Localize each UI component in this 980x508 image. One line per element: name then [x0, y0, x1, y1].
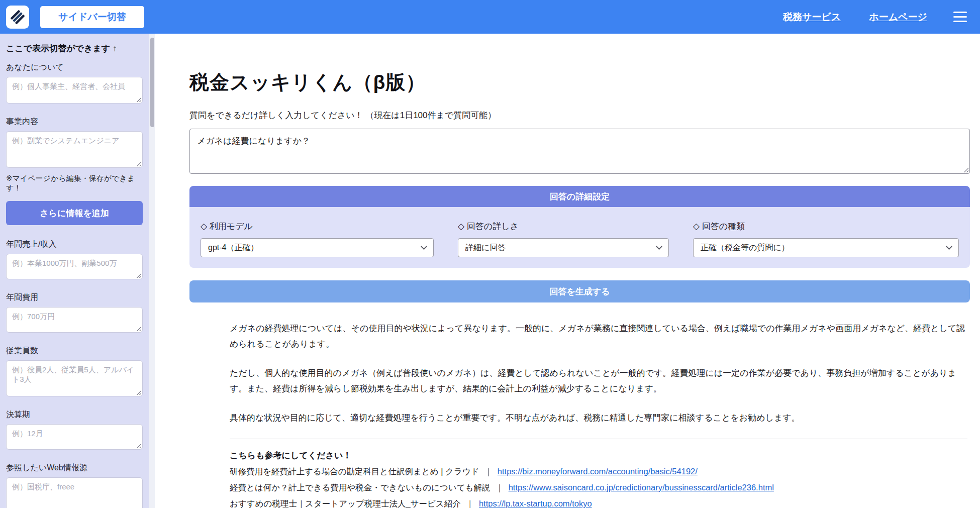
reference-text: おすすめの税理士｜スタートアップ税理士法人_サービス紹介 — [230, 499, 461, 508]
reference-item: 研修費用を経費計上する場合の勘定科目と仕訳例まとめ | クラウド｜https:/… — [230, 466, 967, 477]
reference-separator: ｜ — [484, 467, 493, 476]
question-instruction: 質問をできるだけ詳しく入力してください！ （現在は1日100件まで質問可能） — [189, 110, 970, 121]
detail-select[interactable]: 詳細に回答 — [458, 238, 669, 257]
body-row: ここで表示切替ができます ↑ あなたについて 事業内容 ※マイページから編集・保… — [0, 34, 980, 508]
app-logo — [6, 6, 29, 29]
reference-separator: ｜ — [495, 483, 503, 492]
about-you-textarea[interactable] — [6, 77, 143, 104]
reference-item: 経費とは何か？計上できる費用や税金・できないものについても解説｜https://… — [230, 482, 967, 493]
setting-detail: ◇ 回答の詳しさ 詳細に回答 — [458, 221, 669, 257]
nav-link-tax-service[interactable]: 税務サービス — [783, 11, 841, 24]
reference-link[interactable]: https://biz.moneyforward.com/accounting/… — [498, 467, 698, 476]
question-input[interactable]: メガネは経費になりますか？ — [189, 129, 970, 174]
field-label-business: 事業内容 — [6, 117, 143, 127]
chevron-down-icon — [656, 243, 662, 250]
answer-type-select[interactable]: 正確（税金等の質問に） — [693, 238, 959, 257]
main-content: 税金スッキリくん（β版） 質問をできるだけ詳しく入力してください！ （現在は1日… — [155, 34, 980, 508]
setting-detail-label: ◇ 回答の詳しさ — [458, 221, 669, 232]
fiscal-term-textarea[interactable] — [6, 424, 143, 450]
answer-paragraph: メガネの経費処理については、その使用目的や状況によって異なります。一般的に、メガ… — [230, 321, 967, 352]
sidebar-note: ※マイページから編集・保存ができます！ — [6, 174, 143, 193]
employees-textarea[interactable] — [6, 360, 143, 396]
page-title: 税金スッキリくん（β版） — [189, 69, 970, 96]
answer-paragraph: 具体的な状況や目的に応じて、適切な経費処理を行うことが重要です。不明な点があれば… — [230, 410, 967, 426]
diagonal-stripes-logo-icon — [10, 10, 25, 25]
sidebar: ここで表示切替ができます ↑ あなたについて 事業内容 ※マイページから編集・保… — [0, 34, 155, 508]
reference-item: おすすめの税理士｜スタートアップ税理士法人_サービス紹介｜https://lp.… — [230, 498, 967, 508]
answer-paragraph: ただし、個人的な使用目的のメガネ（例えば普段使いのメガネ）は、経費として認められ… — [230, 365, 967, 397]
answer-type-select-value: 正確（税金等の質問に） — [701, 243, 790, 253]
field-label-annual-sales: 年間売上/収入 — [6, 239, 143, 250]
business-textarea[interactable] — [6, 131, 143, 168]
reference-link[interactable]: https://www.saisoncard.co.jp/credictiona… — [509, 483, 774, 492]
web-sources-textarea[interactable] — [6, 477, 143, 508]
reference-text: 経費とは何か？計上できる費用や税金・できないものについても解説 — [230, 483, 490, 492]
model-select[interactable]: gpt-4（正確） — [201, 238, 434, 257]
page: サイドバー切替 税務サービス ホームページ ここで表示切替ができます ↑ あなた… — [0, 0, 980, 508]
field-label-employees: 従業員数 — [6, 346, 143, 356]
setting-answer-type: ◇ 回答の種類 正確（税金等の質問に） — [693, 221, 959, 257]
field-label-fiscal-term: 決算期 — [6, 410, 143, 420]
setting-model-label: ◇ 利用モデル — [201, 221, 434, 232]
answer-settings-panel: ◇ 利用モデル gpt-4（正確） ◇ 回答の詳しさ 詳細に回答 ◇ 回答の種類 — [189, 207, 970, 268]
generate-answer-button[interactable]: 回答を生成する — [189, 280, 970, 302]
field-label-annual-expenses: 年間費用 — [6, 292, 143, 303]
field-label-about-you: あなたについて — [6, 62, 143, 73]
annual-sales-textarea[interactable] — [6, 254, 143, 279]
reference-link[interactable]: https://lp.tax-startup.com/tokyo — [479, 499, 592, 508]
top-header: サイドバー切替 税務サービス ホームページ — [0, 0, 980, 34]
chevron-down-icon — [421, 243, 427, 250]
add-info-button[interactable]: さらに情報を追加 — [6, 201, 143, 225]
nav-link-homepage[interactable]: ホームページ — [869, 11, 927, 24]
references-heading: こちらも参考にしてください！ — [230, 450, 967, 461]
reference-separator: ｜ — [466, 499, 474, 508]
answer-settings-header[interactable]: 回答の詳細設定 — [189, 186, 970, 207]
setting-model: ◇ 利用モデル gpt-4（正確） — [201, 221, 434, 257]
sidebar-heading: ここで表示切替ができます ↑ — [6, 43, 143, 54]
field-label-web-sources: 参照したいWeb情報源 — [6, 463, 143, 473]
annual-expenses-textarea[interactable] — [6, 307, 143, 333]
sidebar-toggle-button[interactable]: サイドバー切替 — [40, 6, 144, 28]
hamburger-menu-icon[interactable] — [953, 12, 967, 22]
model-select-value: gpt-4（正確） — [208, 243, 258, 253]
sidebar-scrollbar-thumb[interactable] — [150, 38, 154, 127]
sidebar-scrollbar[interactable] — [149, 34, 155, 508]
detail-select-value: 詳細に回答 — [465, 243, 506, 253]
answer-block: メガネの経費処理については、その使用目的や状況によって異なります。一般的に、メガ… — [230, 321, 967, 508]
answer-divider — [230, 439, 967, 439]
setting-answer-type-label: ◇ 回答の種類 — [693, 221, 959, 232]
chevron-down-icon — [946, 243, 952, 250]
reference-text: 研修費用を経費計上する場合の勘定科目と仕訳例まとめ | クラウド — [230, 467, 479, 476]
